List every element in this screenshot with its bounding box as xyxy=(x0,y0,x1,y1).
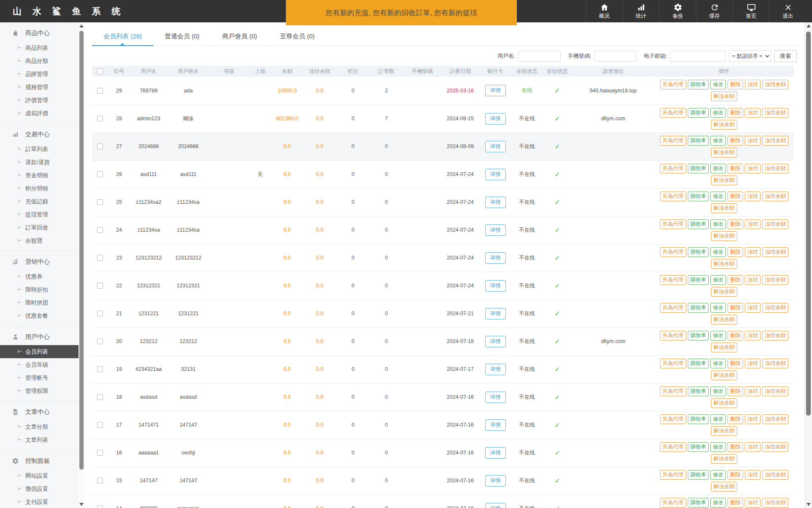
action-button[interactable]: 購物車 xyxy=(688,80,709,89)
action-button[interactable]: 購物車 xyxy=(688,470,709,480)
action-button[interactable]: 購物車 xyxy=(688,414,709,424)
sidebar-item[interactable]: 品牌管理 xyxy=(0,68,79,81)
action-button[interactable]: 刪除 xyxy=(728,303,743,313)
action-button[interactable]: 修改 xyxy=(710,442,726,452)
action-button[interactable]: 冻结余額 xyxy=(762,219,788,229)
page-scrollbar[interactable] xyxy=(804,22,812,508)
scroll-up-icon[interactable] xyxy=(807,24,811,27)
action-button[interactable]: 購物車 xyxy=(688,136,709,146)
row-checkbox[interactable] xyxy=(97,311,103,316)
sidebar-item[interactable]: 訂單回收 xyxy=(0,221,79,234)
action-button[interactable]: 升為代理 xyxy=(660,442,686,452)
action-button[interactable]: 解冻余額 xyxy=(711,120,737,130)
action-button[interactable]: 修改 xyxy=(710,470,726,480)
action-button[interactable]: 刪除 xyxy=(728,470,743,480)
bank-detail-button[interactable]: 详情 xyxy=(485,447,506,459)
action-button[interactable]: 冻结余額 xyxy=(762,247,788,257)
nav-overview[interactable]: 概况 xyxy=(586,0,622,22)
action-button[interactable]: 購物車 xyxy=(688,192,709,201)
row-checkbox[interactable] xyxy=(97,422,103,428)
sidebar-item[interactable]: 优惠券 xyxy=(0,270,79,283)
sidebar-item[interactable]: 余額寶 xyxy=(0,234,79,247)
sidebar-section-header[interactable]: 控制面板 xyxy=(0,452,79,469)
row-checkbox[interactable] xyxy=(97,478,103,484)
tab[interactable]: 商戶會員 (0) xyxy=(211,27,269,46)
bank-detail-button[interactable]: 详情 xyxy=(485,364,506,375)
bank-detail-button[interactable]: 详情 xyxy=(485,336,506,347)
action-button[interactable]: 修改 xyxy=(710,108,726,118)
phone-filter-input[interactable] xyxy=(594,51,636,62)
sidebar-item[interactable]: 訂單列表 xyxy=(0,143,79,156)
action-button[interactable]: 升為代理 xyxy=(660,386,686,396)
action-button[interactable]: 修改 xyxy=(710,303,726,313)
row-checkbox[interactable] xyxy=(97,199,103,205)
action-button[interactable]: 解冻余額 xyxy=(711,426,737,436)
action-button[interactable]: 刪除 xyxy=(728,108,743,118)
action-button[interactable]: 刪除 xyxy=(728,359,743,368)
sidebar-item[interactable]: 管理权限 xyxy=(0,384,79,397)
action-button[interactable]: 解冻余額 xyxy=(711,148,737,157)
bank-detail-button[interactable]: 详情 xyxy=(485,308,506,319)
action-button[interactable]: 購物車 xyxy=(688,442,709,452)
bank-detail-button[interactable]: 详情 xyxy=(485,392,506,403)
action-button[interactable]: 解冻余額 xyxy=(711,92,737,101)
action-button[interactable]: 升為代理 xyxy=(660,470,686,480)
action-button[interactable]: 升為代理 xyxy=(660,414,686,424)
bank-detail-button[interactable]: 详情 xyxy=(485,224,506,236)
sidebar-item[interactable]: 支付設置 xyxy=(0,495,79,508)
sidebar-item[interactable]: 优惠套餐 xyxy=(0,309,79,322)
action-button[interactable]: 修改 xyxy=(710,498,726,508)
action-button[interactable]: 冻结余額 xyxy=(762,442,788,452)
bank-detail-button[interactable]: 详情 xyxy=(485,85,506,96)
bank-detail-button[interactable]: 详情 xyxy=(485,197,506,208)
action-button[interactable]: 冻结 xyxy=(745,108,760,118)
tab[interactable]: 会员列表 (29) xyxy=(92,27,153,46)
action-button[interactable]: 修改 xyxy=(710,386,726,396)
sidebar-item[interactable]: 評價管理 xyxy=(0,94,79,107)
row-checkbox[interactable] xyxy=(97,171,103,177)
row-checkbox[interactable] xyxy=(97,227,103,233)
action-button[interactable]: 刪除 xyxy=(728,247,743,257)
action-button[interactable]: 刪除 xyxy=(728,219,743,229)
sort-select[interactable]: = 默認排序 = xyxy=(729,50,771,62)
action-button[interactable]: 修改 xyxy=(710,414,726,424)
sidebar-item[interactable]: 文章分類 xyxy=(0,420,79,433)
action-button[interactable]: 購物車 xyxy=(688,275,709,285)
scroll-down-icon[interactable] xyxy=(79,503,84,506)
nav-cache[interactable]: 缓存 xyxy=(696,0,733,22)
action-button[interactable]: 升為代理 xyxy=(660,331,686,340)
action-button[interactable]: 冻结 xyxy=(745,164,760,173)
row-checkbox[interactable] xyxy=(97,283,103,289)
action-button[interactable]: 修改 xyxy=(710,219,726,229)
action-button[interactable]: 解冻余額 xyxy=(711,176,737,185)
sidebar-item[interactable]: 资金明细 xyxy=(0,169,79,182)
action-button[interactable]: 冻结 xyxy=(745,331,760,340)
action-button[interactable]: 冻结余額 xyxy=(762,414,788,424)
action-button[interactable]: 購物車 xyxy=(688,108,709,118)
row-checkbox[interactable] xyxy=(97,394,103,400)
row-checkbox[interactable] xyxy=(97,255,103,261)
bank-detail-button[interactable]: 详情 xyxy=(485,280,506,292)
action-button[interactable]: 刪除 xyxy=(728,275,743,285)
action-button[interactable]: 冻结余額 xyxy=(762,80,788,89)
action-button[interactable]: 刪除 xyxy=(728,331,743,340)
action-button[interactable]: 購物車 xyxy=(688,498,709,508)
bank-detail-button[interactable]: 详情 xyxy=(485,503,506,508)
action-button[interactable]: 解冻余額 xyxy=(711,259,737,269)
action-button[interactable]: 刪除 xyxy=(728,414,743,424)
sidebar-item[interactable]: 会员等级 xyxy=(0,358,79,371)
username-filter-input[interactable] xyxy=(519,51,561,62)
action-button[interactable]: 升為代理 xyxy=(660,164,686,173)
action-button[interactable]: 冻结 xyxy=(745,470,760,480)
action-button[interactable]: 刪除 xyxy=(728,136,743,146)
action-button[interactable]: 修改 xyxy=(710,164,726,173)
action-button[interactable]: 購物車 xyxy=(688,247,709,257)
tab[interactable]: 至尊会员 (0) xyxy=(269,27,326,46)
action-button[interactable]: 刪除 xyxy=(728,386,743,396)
sidebar-section-header[interactable]: 商品中心 xyxy=(0,24,79,41)
action-button[interactable]: 解冻余額 xyxy=(711,231,737,241)
action-button[interactable]: 刪除 xyxy=(728,442,743,452)
action-button[interactable]: 解冻余額 xyxy=(711,454,737,464)
action-button[interactable]: 冻结余額 xyxy=(762,275,788,285)
action-button[interactable]: 冻结 xyxy=(745,219,760,229)
